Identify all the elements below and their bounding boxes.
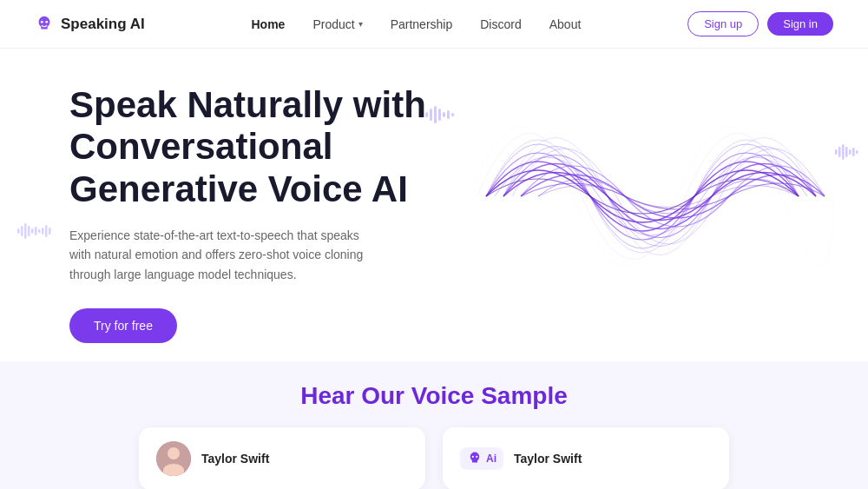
- svg-point-30: [476, 456, 477, 458]
- nav-item-product[interactable]: Product ▾: [312, 17, 362, 31]
- nav-actions: Sign up Sign in: [687, 11, 833, 36]
- svg-rect-21: [35, 227, 37, 235]
- svg-rect-10: [838, 147, 841, 157]
- svg-rect-18: [24, 223, 27, 239]
- navbar: Speaking AI Home Product ▾ Partnership D…: [0, 0, 868, 49]
- svg-rect-13: [849, 149, 852, 155]
- svg-rect-11: [842, 144, 845, 160]
- try-for-free-button[interactable]: Try for free: [69, 308, 177, 343]
- nav-item-about[interactable]: About: [549, 17, 582, 32]
- hero-title: Speak Naturally with Conversational Gene…: [69, 84, 469, 210]
- signin-button[interactable]: Sign in: [767, 12, 833, 36]
- nav-item-home[interactable]: Home: [252, 17, 286, 32]
- person-avatar: [156, 441, 191, 476]
- svg-rect-17: [21, 226, 23, 236]
- svg-rect-22: [38, 229, 41, 233]
- svg-rect-25: [49, 228, 51, 235]
- speaking-ai-logo-icon: [35, 15, 54, 34]
- ai-badge: Ai: [460, 447, 503, 470]
- brand-logo[interactable]: Speaking AI: [35, 15, 145, 34]
- svg-rect-23: [42, 228, 44, 235]
- hero-section: Speak Naturally with Conversational Gene…: [0, 49, 868, 361]
- hear-section: Hear Our Voice Sample Taylor Swift: [0, 361, 868, 489]
- voice-cards-row: Taylor Swift Ai Taylor Swift: [35, 427, 833, 489]
- audio-decoration-left: [17, 222, 54, 244]
- svg-rect-24: [45, 225, 48, 237]
- speaking-ai-mini-logo: [467, 451, 483, 466]
- voice-card-person[interactable]: Taylor Swift: [139, 427, 425, 489]
- svg-rect-16: [17, 228, 20, 234]
- audio-decoration-right: [835, 144, 859, 164]
- svg-point-0: [41, 20, 43, 23]
- hear-section-title: Hear Our Voice Sample: [35, 382, 833, 410]
- product-dropdown-chevron: ▾: [358, 19, 363, 29]
- svg-rect-14: [852, 148, 855, 156]
- hero-wave-illustration: [469, 66, 833, 327]
- svg-point-29: [472, 456, 474, 458]
- nav-item-partnership[interactable]: Partnership: [391, 17, 453, 32]
- ai-label: Ai: [486, 453, 496, 465]
- svg-point-27: [168, 447, 180, 459]
- svg-rect-19: [28, 226, 30, 236]
- hero-text-block: Speak Naturally with Conversational Gene…: [69, 84, 469, 343]
- signup-button[interactable]: Sign up: [687, 11, 759, 36]
- svg-point-1: [45, 20, 48, 23]
- svg-rect-15: [856, 150, 858, 154]
- voice-card-person-name: Taylor Swift: [201, 452, 269, 466]
- brand-name: Speaking AI: [61, 16, 145, 33]
- nav-links: Home Product ▾ Partnership Discord About: [252, 17, 582, 32]
- hero-description: Experience state-of-the-art text-to-spee…: [69, 226, 365, 284]
- voice-card-ai[interactable]: Ai Taylor Swift: [443, 427, 729, 489]
- svg-rect-20: [31, 228, 34, 234]
- svg-rect-9: [835, 149, 838, 155]
- voice-card-ai-name: Taylor Swift: [514, 452, 582, 466]
- avatar-person-icon: [156, 441, 191, 476]
- nav-item-discord[interactable]: Discord: [480, 17, 521, 32]
- svg-rect-12: [845, 147, 848, 157]
